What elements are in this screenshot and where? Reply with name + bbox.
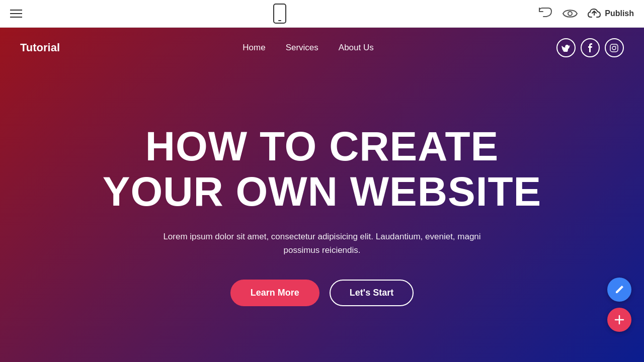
site-nav-links: Home Services About Us: [243, 43, 373, 53]
svg-point-4: [612, 46, 616, 50]
site-social-icons: [556, 38, 624, 57]
svg-point-5: [616, 45, 617, 46]
mobile-preview-icon[interactable]: [273, 4, 286, 24]
nav-link-services[interactable]: Services: [286, 43, 318, 53]
hero-title-line2: YOUR OWN WEBSITE: [103, 168, 541, 214]
pencil-icon: [614, 285, 624, 295]
fab-pencil-button[interactable]: [607, 278, 631, 302]
toolbar-center: [273, 4, 286, 24]
cloud-upload-icon: [588, 8, 601, 19]
site-nav: Tutorial Home Services About Us: [0, 28, 644, 68]
hamburger-menu-icon[interactable]: [10, 10, 22, 18]
hero-subtitle: Lorem ipsum dolor sit amet, consectetur …: [146, 230, 498, 257]
publish-button[interactable]: Publish: [588, 8, 634, 19]
hero-title: HOW TO CREATE YOUR OWN WEBSITE: [103, 124, 541, 214]
hero-buttons: Learn More Let's Start: [230, 280, 414, 306]
fab-add-button[interactable]: [607, 308, 631, 332]
website-preview: Tutorial Home Services About Us: [0, 28, 644, 362]
nav-link-about[interactable]: About Us: [339, 43, 374, 53]
eye-icon[interactable]: [562, 8, 578, 19]
facebook-icon[interactable]: [581, 38, 600, 57]
learn-more-button[interactable]: Learn More: [230, 280, 319, 306]
site-logo: Tutorial: [20, 41, 60, 54]
lets-start-button[interactable]: Let's Start: [330, 280, 414, 306]
instagram-icon[interactable]: [605, 38, 624, 57]
toolbar-left: [10, 10, 22, 18]
hero-title-line1: HOW TO CREATE: [145, 123, 499, 169]
plus-icon: [614, 314, 625, 325]
hero-section: Tutorial Home Services About Us: [0, 28, 644, 362]
toolbar-right: Publish: [537, 7, 634, 21]
publish-label: Publish: [605, 9, 634, 18]
toolbar: Publish: [0, 0, 644, 28]
nav-link-home[interactable]: Home: [243, 43, 265, 53]
svg-point-2: [568, 12, 572, 16]
undo-icon[interactable]: [537, 7, 552, 21]
twitter-icon[interactable]: [556, 38, 576, 57]
svg-rect-3: [610, 44, 618, 52]
hero-content: HOW TO CREATE YOUR OWN WEBSITE Lorem ips…: [0, 68, 644, 362]
